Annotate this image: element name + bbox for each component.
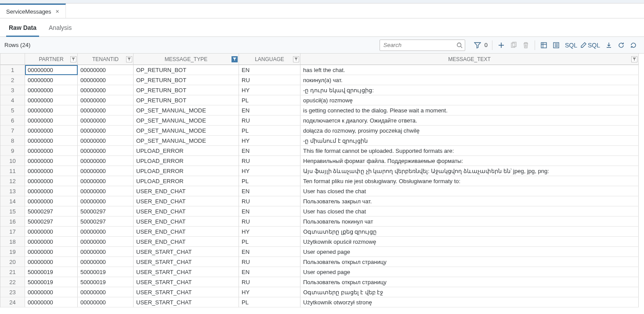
cell-partner[interactable]: 50000297 [25, 217, 78, 227]
tab-analysis[interactable]: Analysis [44, 18, 76, 36]
cell-tenantid[interactable]: 00000000 [78, 247, 134, 257]
cell-partner[interactable]: 00000000 [25, 75, 78, 85]
file-tab-servicemessages[interactable]: ServiceMessages × [0, 4, 66, 18]
cell-tenantid[interactable]: 00000000 [78, 115, 134, 126]
cell-partner[interactable]: 00000000 [25, 115, 78, 126]
row-number[interactable]: 11 [0, 166, 25, 176]
cell-partner[interactable]: 00000000 [25, 227, 78, 237]
cell-message-text[interactable]: Օգտատերը բացել է վեբ էջ [300, 287, 639, 297]
cell-tenantid[interactable]: 00000000 [78, 237, 134, 247]
cell-message-type[interactable]: USER_END_CHAT [134, 206, 239, 217]
cell-partner[interactable]: 00000000 [25, 186, 78, 196]
cell-message-type[interactable]: USER_START_CHAT [134, 297, 239, 307]
cell-language[interactable]: HY [239, 227, 300, 237]
cell-partner[interactable]: 00000000 [25, 146, 78, 156]
row-number[interactable]: 13 [0, 186, 25, 196]
delete-row-button[interactable] [520, 40, 532, 51]
column-header-rownum[interactable] [0, 54, 25, 65]
cell-message-text[interactable]: is getting connected to the dialog. Plea… [300, 105, 639, 115]
reset-button[interactable] [627, 40, 640, 51]
cell-message-text[interactable]: подключается к диалогу. Ожидайте ответа. [300, 115, 639, 126]
cell-language[interactable]: PL [239, 297, 300, 307]
cell-message-type[interactable]: OP_SET_MANUAL_MODE [134, 115, 239, 126]
column-filter-icon[interactable] [232, 56, 238, 62]
cell-tenantid[interactable]: 00000000 [78, 186, 134, 196]
cell-partner[interactable]: 00000000 [25, 257, 78, 267]
cell-partner[interactable]: 00000000 [25, 297, 78, 307]
cell-partner[interactable]: 00000000 [25, 247, 78, 257]
cell-language[interactable]: EN [239, 65, 300, 75]
cell-tenantid[interactable]: 00000000 [78, 126, 134, 136]
row-number[interactable]: 21 [0, 267, 25, 277]
cell-tenantid[interactable]: 50000019 [78, 267, 134, 277]
sql-button[interactable]: SQL [565, 42, 577, 49]
cell-language[interactable]: EN [239, 206, 300, 217]
row-number[interactable]: 4 [0, 95, 25, 105]
row-number[interactable]: 9 [0, 146, 25, 156]
cell-partner[interactable]: 00000000 [25, 95, 78, 105]
cell-language[interactable]: RU [239, 156, 300, 166]
cell-tenantid[interactable]: 50000297 [78, 206, 134, 217]
cell-message-type[interactable]: OP_SET_MANUAL_MODE [134, 136, 239, 146]
cell-tenantid[interactable]: 00000000 [78, 287, 134, 297]
cell-message-text[interactable]: Ten format pliku nie jest obsługiwany. O… [300, 176, 639, 186]
search-icon[interactable] [456, 42, 463, 48]
cell-tenantid[interactable]: 00000000 [78, 95, 134, 105]
cell-tenantid[interactable]: 00000000 [78, 166, 134, 176]
cell-tenantid[interactable]: 00000000 [78, 75, 134, 85]
cell-message-text[interactable]: Неправильный формат файла. Поддерживаемы… [300, 156, 639, 166]
tab-raw-data[interactable]: Raw Data [4, 18, 41, 36]
cell-message-type[interactable]: USER_START_CHAT [134, 247, 239, 257]
cell-partner[interactable]: 00000000 [25, 196, 78, 206]
cell-language[interactable]: EN [239, 267, 300, 277]
row-number[interactable]: 17 [0, 227, 25, 237]
row-number[interactable]: 15 [0, 206, 25, 217]
cell-language[interactable]: RU [239, 75, 300, 85]
insert-sql-button[interactable] [538, 40, 550, 51]
column-header-partner[interactable]: PARTNER [25, 54, 78, 65]
column-filter-icon[interactable] [293, 56, 299, 62]
refresh-button[interactable] [615, 40, 627, 51]
cell-language[interactable]: PL [239, 126, 300, 136]
cell-message-type[interactable]: USER_START_CHAT [134, 267, 239, 277]
cell-partner[interactable]: 50000297 [25, 206, 78, 217]
cell-tenantid[interactable]: 00000000 [78, 297, 134, 307]
column-filter-icon[interactable] [126, 56, 132, 62]
cell-message-text[interactable]: покинул(а) чат. [300, 75, 639, 85]
cell-language[interactable]: EN [239, 186, 300, 196]
cell-tenantid[interactable]: 50000297 [78, 217, 134, 227]
cell-partner[interactable]: 00000000 [25, 136, 78, 146]
cell-tenantid[interactable]: 00000000 [78, 156, 134, 166]
cell-message-type[interactable]: OP_RETURN_BOT [134, 85, 239, 95]
cell-message-type[interactable]: USER_END_CHAT [134, 237, 239, 247]
cell-message-text[interactable]: This file format cannot be uploaded. Sup… [300, 146, 639, 156]
download-button[interactable] [603, 40, 615, 51]
cell-tenantid[interactable]: 00000000 [78, 65, 134, 75]
cell-message-text[interactable]: opuścił(a) rozmowę [300, 95, 639, 105]
cell-message-type[interactable]: USER_END_CHAT [134, 186, 239, 196]
cell-message-type[interactable]: OP_RETURN_BOT [134, 75, 239, 85]
cell-tenantid[interactable]: 00000000 [78, 257, 134, 267]
cell-tenantid[interactable]: 00000000 [78, 176, 134, 186]
cell-message-text[interactable]: Օգտատերը լքեց զրույցը [300, 227, 639, 237]
column-header-message_type[interactable]: MESSAGE_TYPE [134, 54, 239, 65]
duplicate-row-button[interactable] [507, 40, 520, 51]
cell-message-text[interactable]: Użytkownik opuścił rozmowę [300, 237, 639, 247]
cell-language[interactable]: HY [239, 136, 300, 146]
cell-language[interactable]: EN [239, 247, 300, 257]
cell-tenantid[interactable]: 00000000 [78, 136, 134, 146]
cell-partner[interactable]: 00000000 [25, 176, 78, 186]
cell-language[interactable]: RU [239, 196, 300, 206]
row-number[interactable]: 22 [0, 277, 25, 287]
cell-language[interactable]: EN [239, 105, 300, 115]
column-filter-icon[interactable] [631, 56, 637, 62]
row-number[interactable]: 12 [0, 176, 25, 186]
cell-message-text[interactable]: Այս ֆայլի ձևաչափը չի կարող վերբեռնվել: Ա… [300, 166, 639, 176]
cell-partner[interactable]: 00000000 [25, 105, 78, 115]
row-number[interactable]: 3 [0, 85, 25, 95]
cell-tenantid[interactable]: 00000000 [78, 85, 134, 95]
sql-edit-button[interactable]: SQL [580, 42, 603, 49]
cell-message-type[interactable]: USER_START_CHAT [134, 257, 239, 267]
row-number[interactable]: 8 [0, 136, 25, 146]
settings-columns-button[interactable] [550, 40, 562, 51]
